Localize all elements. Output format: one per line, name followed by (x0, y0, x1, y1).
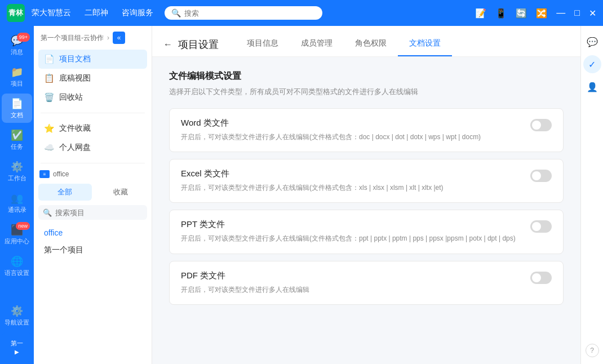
document-icon: 📄 (11, 97, 23, 110)
sidebar-nav-docs-label: 项目文档 (59, 54, 91, 64)
word-toggle[interactable] (530, 119, 552, 131)
sidebar-nav-trash-label: 回收站 (59, 92, 83, 103)
docs-icon: 📄 (44, 54, 55, 64)
minimize-icon[interactable]: — (556, 8, 565, 18)
pdf-file-card: PDF 类文件 开启后，可对该类型文件进行多人在线编辑 (169, 261, 564, 305)
breadcrumb-arrow-icon: › (107, 34, 109, 42)
sidebar-divider-1 (41, 113, 145, 113)
sidebar-list-item-first-project[interactable]: 第一个项目 (38, 241, 147, 259)
sidebar-nav-docs[interactable]: 📄 项目文档 (38, 50, 147, 69)
message-badge: 99+ (17, 33, 30, 42)
content-header: ← 项目设置 项目信息 成员管理 角色权限 文档设置 (152, 26, 580, 57)
search-input[interactable] (184, 9, 316, 17)
sidebar-nav-favorites[interactable]: ⭐ 文件收藏 (38, 119, 147, 138)
disk-icon: ☁️ (44, 143, 55, 153)
nav-item-project[interactable]: 📁 项目 (2, 62, 32, 91)
sidebar-list-item-office[interactable]: office (38, 224, 147, 241)
sidebar-nav-trash[interactable]: 🗑️ 回收站 (38, 88, 147, 107)
sidebar-search-input[interactable] (55, 208, 150, 217)
nav-label-apps: 应用中心 (5, 237, 29, 246)
content-body: 文件编辑模式设置 选择开启以下文件类型，所有成员可对不同类型格式的文件进行多人在… (152, 57, 580, 364)
sidebar-header: 第一个项目组-云协作 › « (34, 26, 152, 47)
right-check-icon[interactable]: ✓ (583, 55, 601, 73)
sidebar-nav-favorites-label: 文件收藏 (59, 123, 91, 134)
network-icon[interactable]: 🔀 (536, 8, 547, 19)
sidebar-tab-favorites[interactable]: 收藏 (94, 184, 148, 201)
note-icon[interactable]: 📝 (475, 8, 486, 19)
nav-item-apps[interactable]: ⬛ 应用中心 new (2, 220, 32, 249)
sidebar-tab-all[interactable]: 全部 (38, 184, 92, 201)
sidebar-nav: 📄 项目文档 📋 底稿视图 🗑️ 回收站 (34, 47, 152, 109)
nav-item-task[interactable]: ✅ 任务 (2, 125, 32, 154)
tablet-icon[interactable]: 📱 (495, 8, 507, 19)
ppt-card-title: PPT 类文件 (181, 219, 521, 230)
nav-item-language[interactable]: 🌐 语言设置 (2, 251, 32, 281)
sidebar-nav-draft[interactable]: 📋 底稿视图 (38, 69, 147, 88)
tab-project-info[interactable]: 项目信息 (236, 33, 290, 56)
maximize-icon[interactable]: □ (574, 8, 580, 18)
excel-card-content: Excel 类文件 开启后，可对该类型文件进行多人在线编辑(文件格式包含：xls… (181, 168, 521, 193)
sidebar-list: office 第一个项目 (34, 222, 152, 364)
tab-document-settings[interactable]: 文档设置 (398, 33, 452, 56)
topbar-search-box: 🔍 (165, 6, 322, 20)
word-file-card: Word 类文件 开启后，可对该类型文件进行多人在线编辑(文件格式包含：doc … (169, 108, 564, 152)
sidebar-nav-draft-label: 底稿视图 (59, 73, 91, 83)
nav-item-bottom-btn[interactable]: 第一 ▶ (2, 332, 32, 362)
word-card-desc: 开启后，可对该类型文件进行多人在线编辑(文件格式包含：doc | docx | … (181, 132, 521, 143)
nav-item-workbench[interactable]: ⚙️ 工作台 (2, 157, 32, 186)
nav-label-message: 消息 (11, 48, 23, 56)
sidebar-collapse-button[interactable]: « (113, 32, 125, 44)
contacts-icon: 👥 (11, 192, 23, 205)
right-sidebar: 💬 ✓ 👤 ? (580, 26, 603, 364)
section-desc: 选择开启以下文件类型，所有成员可对不同类型格式的文件进行多人在线编辑 (169, 87, 564, 97)
workbench-icon: ⚙️ (11, 161, 23, 173)
back-button[interactable]: ← (163, 39, 172, 50)
excel-card-title: Excel 类文件 (181, 168, 521, 179)
nav-label-document: 文档 (11, 111, 23, 119)
logo: 青林 (7, 4, 25, 22)
sidebar-nav-disk[interactable]: ☁️ 个人网盘 (38, 138, 147, 157)
sidebar: 第一个项目组-云协作 › « 📄 项目文档 📋 底稿视图 🗑️ 回收站 ⭐ 文件… (34, 26, 152, 364)
refresh-icon[interactable]: 🔄 (516, 8, 527, 19)
nav-label-contacts: 通讯录 (8, 206, 26, 214)
menu-consult[interactable]: 咨询服务 (122, 8, 153, 18)
content-tabs: 项目信息 成员管理 角色权限 文档设置 (236, 33, 452, 56)
nav-item-message[interactable]: 💬 消息 99+ (2, 30, 32, 60)
page-title: 项目设置 (178, 38, 219, 51)
right-user-icon[interactable]: 👤 (583, 78, 601, 96)
excel-toggle[interactable] (530, 170, 552, 182)
topbar: 青林 荣大智慧云 二郎神 咨询服务 🔍 📝 📱 🔄 🔀 — □ ✕ (0, 0, 603, 26)
sidebar-section-label: office (53, 170, 69, 178)
pdf-toggle[interactable] (530, 272, 552, 284)
tab-members[interactable]: 成员管理 (290, 33, 344, 56)
topbar-menu: 荣大智慧云 二郎神 咨询服务 (32, 8, 153, 18)
draft-icon: 📋 (44, 73, 55, 83)
search-icon: 🔍 (171, 8, 181, 17)
nav-item-navigation[interactable]: ⚙️ 导航设置 (2, 301, 32, 330)
main-layout: 💬 消息 99+ 📁 项目 📄 文档 ✅ 任务 ⚙️ 工作台 👥 通讯录 ⬛ 应… (0, 26, 603, 364)
nav-label-workbench: 工作台 (8, 174, 26, 183)
pdf-card-desc: 开启后，可对该类型文件进行多人在线编辑 (181, 285, 521, 295)
close-icon[interactable]: ✕ (589, 8, 596, 19)
menu-erlang[interactable]: 二郎神 (85, 8, 108, 18)
help-icon[interactable]: ? (586, 344, 599, 357)
ppt-toggle[interactable] (530, 220, 552, 233)
ppt-card-content: PPT 类文件 开启后，可对该类型文件进行多人在线编辑(文件格式包含：ppt |… (181, 219, 521, 244)
arrow-right-icon: ▶ (15, 349, 19, 355)
right-chat-icon[interactable]: 💬 (583, 33, 601, 51)
nav-item-document[interactable]: 📄 文档 (2, 94, 32, 123)
topbar-right-icons: 📝 📱 🔄 🔀 — □ ✕ (475, 8, 596, 19)
apps-badge-new: new (16, 222, 30, 230)
menu-rongda[interactable]: 荣大智慧云 (32, 8, 71, 18)
trash-icon: 🗑️ (44, 92, 55, 103)
pdf-card-title: PDF 类文件 (181, 270, 521, 281)
sidebar-nav-2: ⭐ 文件收藏 ☁️ 个人网盘 (34, 117, 152, 159)
sidebar-nav-disk-label: 个人网盘 (59, 143, 91, 153)
pdf-card-content: PDF 类文件 开启后，可对该类型文件进行多人在线编辑 (181, 270, 521, 295)
nav-item-contacts[interactable]: 👥 通讯录 (2, 188, 32, 217)
nav-label-navigation: 导航设置 (5, 318, 29, 327)
tab-roles[interactable]: 角色权限 (344, 33, 398, 56)
section-office-icon: ≡ (39, 170, 50, 178)
nav-bottom-label: 第一 (11, 339, 23, 348)
nav-label-language: 语言设置 (5, 269, 29, 277)
